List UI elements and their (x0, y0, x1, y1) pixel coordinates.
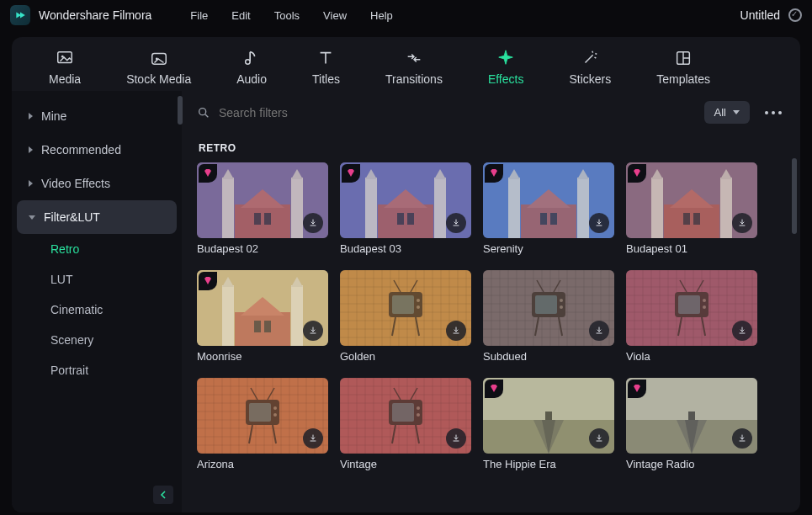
download-button[interactable] (446, 321, 466, 341)
premium-gem-icon (342, 164, 360, 183)
effect-thumbnail[interactable] (626, 270, 757, 346)
filter-dropdown[interactable]: All (704, 101, 750, 124)
image-icon (55, 49, 75, 67)
download-button[interactable] (732, 428, 752, 449)
document-title: Untitled (740, 8, 780, 22)
search-icon (197, 106, 210, 119)
download-button[interactable] (303, 428, 323, 449)
effect-card[interactable]: Budapest 02 (197, 162, 328, 255)
sidebar-subitem-cinematic[interactable]: Cinematic (17, 295, 177, 325)
premium-gem-icon (485, 380, 503, 398)
effect-label: Golden (340, 350, 471, 363)
sidebar-subitem-portrait[interactable]: Portrait (17, 355, 177, 385)
effect-label: Subdued (483, 350, 614, 363)
effects-sidebar: MineRecommendedVideo EffectsFilter&LUT R… (12, 91, 182, 512)
effect-card[interactable]: The Hippie Era (483, 378, 614, 470)
search-filters (197, 106, 694, 119)
effect-card[interactable]: Viola (626, 270, 757, 363)
svg-point-8 (199, 108, 206, 114)
effect-card[interactable]: Moonrise (197, 270, 328, 363)
menu-view[interactable]: View (323, 9, 347, 22)
effect-thumbnail[interactable] (340, 270, 471, 346)
expand-triangle-icon (29, 215, 35, 220)
filter-dropdown-label: All (714, 106, 726, 119)
download-button[interactable] (732, 321, 752, 341)
arrows-icon (404, 49, 424, 67)
sidebar-subitem-retro[interactable]: Retro (17, 234, 177, 264)
download-button[interactable] (446, 428, 466, 449)
download-button[interactable] (589, 321, 609, 341)
download-button[interactable] (446, 213, 466, 233)
effect-thumbnail[interactable] (340, 162, 471, 238)
cloud-image-icon (149, 49, 169, 67)
effect-card[interactable]: Budapest 01 (626, 162, 757, 255)
sidebar-subitem-lut[interactable]: LUT (17, 264, 177, 295)
expand-triangle-icon (29, 146, 33, 153)
effect-thumbnail[interactable] (197, 270, 328, 346)
music-note-icon (241, 49, 262, 67)
sidebar-category-mine[interactable]: Mine (17, 99, 177, 133)
scrollbar-thumb[interactable] (792, 158, 797, 234)
app-logo-icon (10, 5, 30, 25)
tab-templates[interactable]: Templates (656, 49, 710, 86)
sidebar-category-video-effects[interactable]: Video Effects (17, 167, 177, 200)
effect-card[interactable]: Arizona (197, 378, 328, 470)
section-title: RETRO (199, 142, 787, 154)
effect-label: The Hippie Era (483, 458, 614, 470)
download-button[interactable] (589, 213, 609, 233)
text-icon (316, 49, 336, 67)
effect-card[interactable]: Vintage Radio (626, 378, 757, 470)
effect-thumbnail[interactable] (626, 378, 757, 454)
tab-transitions[interactable]: Transitions (385, 49, 443, 86)
effect-card[interactable]: Serenity (483, 162, 614, 255)
effect-thumbnail[interactable] (483, 270, 614, 346)
cloud-status-icon[interactable] (788, 8, 802, 22)
more-options-button[interactable] (760, 111, 787, 114)
expand-triangle-icon (29, 180, 33, 187)
menu-help[interactable]: Help (370, 9, 393, 22)
tab-stickers[interactable]: Stickers (569, 49, 611, 86)
tab-stock-media[interactable]: Stock Media (126, 49, 191, 86)
effect-label: Budapest 01 (626, 242, 757, 255)
premium-gem-icon (628, 380, 646, 398)
effect-card[interactable]: Subdued (483, 270, 614, 363)
collapse-sidebar-button[interactable] (153, 486, 173, 504)
sidebar-category-filter-lut[interactable]: Filter&LUT (17, 200, 177, 234)
layout-icon (673, 49, 693, 67)
sidebar-subitem-scenery[interactable]: Scenery (17, 325, 177, 355)
effect-thumbnail[interactable] (626, 162, 757, 238)
sidebar-category-recommended[interactable]: Recommended (17, 133, 177, 167)
menu-file[interactable]: File (190, 9, 208, 22)
effect-card[interactable]: Vintage (340, 378, 471, 470)
download-button[interactable] (732, 213, 752, 233)
premium-gem-icon (199, 164, 217, 183)
menu-edit[interactable]: Edit (231, 9, 250, 22)
chevron-down-icon (733, 110, 740, 114)
effect-label: Arizona (197, 458, 328, 470)
effect-thumbnail[interactable] (340, 378, 471, 454)
tab-titles[interactable]: Titles (312, 49, 340, 86)
effect-thumbnail[interactable] (483, 162, 614, 238)
effect-thumbnail[interactable] (197, 162, 328, 238)
tab-audio[interactable]: Audio (236, 49, 267, 86)
effect-card[interactable]: Budapest 03 (340, 162, 471, 255)
effect-label: Vintage (340, 458, 471, 470)
download-button[interactable] (589, 428, 609, 449)
effect-label: Moonrise (197, 350, 328, 363)
tab-effects[interactable]: Effects (488, 49, 524, 86)
menu-tools[interactable]: Tools (274, 9, 300, 22)
svg-line-9 (205, 114, 208, 117)
main-tabs: MediaStock MediaAudioTitlesTransitionsEf… (12, 37, 800, 91)
sparkle-icon (496, 49, 516, 67)
download-button[interactable] (303, 213, 323, 233)
tab-media[interactable]: Media (49, 49, 81, 86)
download-button[interactable] (303, 321, 323, 341)
search-input[interactable] (219, 106, 694, 119)
app-name: Wondershare Filmora (39, 8, 151, 22)
menu-bar: FileEditToolsViewHelp (190, 9, 392, 22)
effects-grid: Budapest 02Budapest 03SerenityBudapest 0… (197, 162, 787, 470)
title-bar: Wondershare Filmora FileEditToolsViewHel… (0, 0, 812, 30)
effect-card[interactable]: Golden (340, 270, 471, 363)
effect-thumbnail[interactable] (483, 378, 614, 454)
effect-thumbnail[interactable] (197, 378, 328, 454)
